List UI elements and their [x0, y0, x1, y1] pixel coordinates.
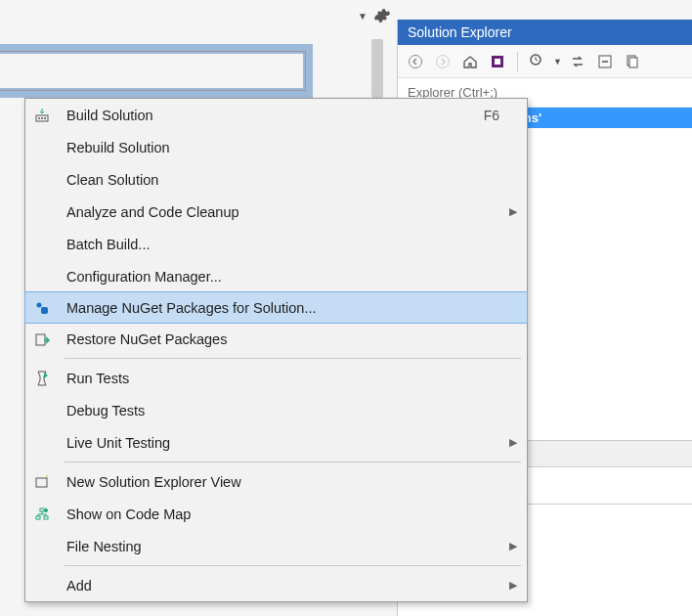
submenu-arrow-icon: ▶: [509, 579, 517, 592]
menu-live-unit-testing[interactable]: Live Unit Testing ▶: [25, 426, 527, 459]
svg-point-10: [38, 117, 40, 119]
properties-value-label: Get: [658, 612, 682, 616]
svg-rect-19: [44, 516, 48, 519]
sync-icon[interactable]: [566, 50, 589, 73]
menu-restore-nuget[interactable]: Restore NuGet Packages: [25, 323, 527, 355]
menu-separator: [65, 358, 521, 359]
form-designer-frame: [0, 44, 313, 98]
gear-icon[interactable]: [373, 7, 391, 24]
svg-rect-18: [36, 516, 40, 519]
restore-icon: [25, 323, 59, 355]
menu-item-label: Analyze and Code Cleanup: [59, 204, 519, 220]
home-icon[interactable]: [458, 50, 482, 73]
menu-item-label: Run Tests: [59, 371, 519, 386]
svg-rect-16: [36, 478, 47, 487]
submenu-arrow-icon: ▶: [509, 436, 517, 449]
menu-item-label: Live Unit Testing: [59, 435, 519, 451]
menu-item-label: Batch Build...: [59, 237, 519, 252]
menu-item-label: Rebuild Solution: [59, 140, 519, 155]
pending-changes-filter-icon[interactable]: [526, 50, 549, 73]
menu-build-solution[interactable]: Build Solution F6: [25, 99, 527, 131]
svg-rect-5: [599, 56, 611, 67]
menu-debug-tests[interactable]: Debug Tests: [25, 394, 527, 426]
show-all-files-icon[interactable]: [621, 50, 644, 73]
menu-item-label: New Solution Explorer View: [59, 474, 519, 490]
solution-explorer-title: Solution Explorer: [398, 20, 692, 45]
run-tests-icon: [25, 362, 59, 394]
menu-configuration-manager[interactable]: Configuration Manager...: [25, 260, 527, 292]
menu-analyze-cleanup[interactable]: Analyze and Code Cleanup ▶: [25, 196, 527, 228]
menu-item-label: Build Solution: [59, 108, 484, 123]
menu-item-label: Configuration Manager...: [59, 269, 519, 285]
menu-separator: [65, 565, 521, 566]
svg-rect-17: [40, 508, 44, 511]
submenu-arrow-icon: ▶: [509, 205, 517, 218]
nav-forward-icon[interactable]: [431, 50, 454, 73]
svg-rect-3: [495, 59, 500, 65]
menu-item-label: Clean Solution: [59, 172, 519, 188]
svg-rect-14: [41, 307, 48, 314]
menu-rebuild-solution[interactable]: Rebuild Solution: [25, 131, 527, 163]
menu-run-tests[interactable]: Run Tests: [25, 362, 527, 394]
solution-context-menu: Build Solution F6 Rebuild Solution Clean…: [24, 98, 528, 602]
menu-item-label: Add: [59, 578, 519, 594]
solution-explorer-toolbar: ▼: [398, 45, 692, 78]
menu-separator: [65, 462, 521, 462]
svg-point-12: [44, 117, 46, 119]
svg-rect-9: [36, 115, 48, 121]
menu-show-on-code-map[interactable]: Show on Code Map: [25, 498, 527, 530]
svg-point-11: [41, 117, 43, 119]
svg-rect-15: [36, 334, 45, 345]
menu-new-solution-explorer-view[interactable]: New Solution Explorer View: [25, 465, 527, 498]
build-icon: [25, 99, 59, 131]
filter-dropdown-icon[interactable]: ▼: [553, 57, 562, 66]
menu-item-shortcut: F6: [484, 108, 519, 123]
menu-batch-build[interactable]: Batch Build...: [25, 228, 527, 260]
toolbar-separator: [517, 52, 518, 71]
menu-file-nesting[interactable]: File Nesting ▶: [25, 530, 527, 562]
new-view-icon: [25, 465, 59, 498]
switch-views-icon[interactable]: [486, 50, 509, 73]
menu-clean-solution[interactable]: Clean Solution: [25, 163, 527, 196]
menu-add[interactable]: Add ▶: [25, 569, 527, 601]
nav-back-icon[interactable]: [404, 50, 427, 73]
collapse-all-icon[interactable]: [593, 50, 617, 73]
menu-item-label: Restore NuGet Packages: [59, 331, 519, 347]
code-map-icon: [25, 498, 59, 530]
svg-rect-7: [627, 56, 635, 66]
menu-item-label: Show on Code Map: [59, 506, 519, 522]
nuget-icon: [25, 292, 59, 323]
svg-point-4: [531, 55, 541, 65]
svg-point-13: [37, 302, 42, 307]
svg-rect-8: [629, 58, 637, 67]
submenu-arrow-icon: ▶: [509, 540, 517, 552]
menu-manage-nuget[interactable]: Manage NuGet Packages for Solution...: [24, 291, 528, 324]
panel-title-label: Solution Explorer: [408, 24, 512, 40]
menu-item-label: File Nesting: [59, 539, 519, 554]
svg-point-1: [437, 55, 450, 67]
dropdown-chevron-icon[interactable]: ▼: [358, 11, 368, 22]
main-toolbar: ▼: [0, 2, 397, 29]
designer-scrollbar[interactable]: [371, 39, 383, 98]
svg-point-0: [410, 55, 422, 67]
menu-item-label: Debug Tests: [59, 403, 519, 418]
menu-item-label: Manage NuGet Packages for Solution...: [59, 300, 519, 316]
svg-rect-2: [492, 56, 503, 67]
